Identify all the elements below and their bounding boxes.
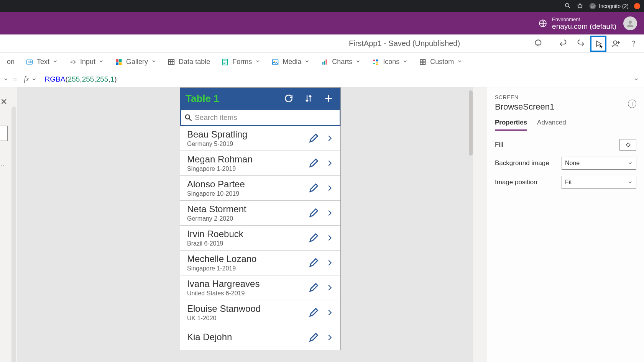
svg-point-22 — [373, 59, 375, 61]
list-item-title: Mechelle Lozano — [187, 254, 304, 264]
insert-custom[interactable]: Custom — [419, 58, 462, 66]
chevron-right-icon[interactable] — [323, 229, 337, 247]
chevron-right-icon[interactable] — [323, 179, 337, 197]
tab-properties[interactable]: Properties — [495, 119, 527, 131]
insert-ribbon: on Abc Text Input Gallery Data table For… — [0, 53, 644, 71]
zoom-icon[interactable] — [564, 2, 571, 10]
tab-advanced[interactable]: Advanced — [537, 119, 566, 131]
preview-header: Table 1 — [180, 88, 340, 109]
list-item-subtitle: Singapore 1-2019 — [187, 265, 304, 272]
preview-search[interactable] — [180, 109, 340, 126]
list-item[interactable]: Ivana Hargreaves United States 6-2019 — [180, 275, 340, 300]
list-item[interactable]: Mechelle Lozano Singapore 1-2019 — [180, 250, 340, 275]
bookmark-star-icon[interactable] — [577, 2, 583, 10]
sort-icon[interactable] — [302, 92, 315, 105]
insert-gallery[interactable]: Gallery — [115, 58, 156, 66]
insert-datatable[interactable]: Data table — [167, 58, 210, 66]
edit-icon[interactable] — [307, 229, 320, 247]
chevron-right-icon[interactable] — [323, 303, 337, 322]
list-item[interactable]: Alonso Partee Singapore 10-2019 — [180, 175, 340, 200]
list-item[interactable]: Elouise Stanwood UK 1-2020 — [180, 300, 340, 325]
edit-icon[interactable] — [307, 303, 320, 322]
edit-icon[interactable] — [307, 278, 320, 297]
form-icon — [221, 58, 229, 66]
edit-icon[interactable] — [307, 328, 320, 347]
chevron-down-icon — [53, 58, 58, 66]
svg-rect-11 — [116, 59, 119, 62]
insert-forms[interactable]: Forms — [221, 58, 260, 66]
chevron-right-icon[interactable] — [323, 328, 337, 347]
edit-icon[interactable] — [307, 254, 320, 272]
svg-rect-15 — [169, 59, 174, 64]
canvas-scrollbar[interactable] — [469, 90, 473, 156]
insert-icons[interactable]: Icons — [371, 58, 408, 66]
edit-icon[interactable] — [307, 129, 320, 147]
fx-button[interactable]: fx — [21, 71, 40, 87]
chevron-down-icon — [99, 58, 104, 66]
globe-icon — [538, 19, 547, 28]
preview-search-input[interactable] — [195, 113, 337, 122]
imgpos-dropdown[interactable]: Fit — [562, 176, 636, 189]
chevron-down-icon — [402, 58, 408, 66]
edit-icon[interactable] — [307, 204, 320, 222]
chevron-down-icon — [355, 58, 361, 66]
separator — [551, 38, 551, 49]
svg-point-6 — [629, 20, 632, 24]
list-item-subtitle: Germany 5-2019 — [187, 141, 304, 147]
media-icon — [271, 58, 279, 66]
list-item[interactable]: Neta Storment Germany 2-2020 — [180, 200, 340, 225]
svg-line-30 — [189, 119, 192, 121]
gallery-icon — [115, 58, 123, 66]
list-item-title: Irvin Roebuck — [187, 229, 304, 239]
list-item[interactable]: Irvin Roebuck Brazil 6-2019 — [180, 225, 340, 250]
edit-icon[interactable] — [307, 154, 320, 172]
app-preview: Table 1 Beau Spratling Germany 5-2019 Me… — [180, 87, 341, 350]
refresh-icon[interactable] — [282, 92, 295, 105]
redo-button[interactable] — [573, 36, 589, 52]
list-item[interactable]: Kia Dejohn — [180, 325, 340, 350]
profile-dot-icon[interactable] — [634, 3, 640, 9]
custom-icon — [419, 58, 427, 66]
chevron-down-icon — [304, 58, 310, 66]
user-avatar[interactable] — [623, 16, 637, 30]
canvas[interactable]: Table 1 Beau Spratling Germany 5-2019 Me… — [17, 87, 473, 362]
list-item[interactable]: Beau Spratling Germany 5-2019 — [180, 126, 340, 151]
list-item-title: Ivana Hargreaves — [187, 278, 304, 289]
insert-input[interactable]: Input — [69, 58, 104, 66]
list-item-title: Neta Storment — [187, 204, 304, 215]
edit-icon[interactable] — [307, 179, 320, 197]
chevron-right-icon[interactable] — [323, 204, 337, 222]
app-checker-icon[interactable] — [531, 36, 547, 52]
formula-input[interactable]: RGBA(255, 255, 255, 1) — [40, 71, 628, 87]
insert-text[interactable]: Abc Text — [25, 58, 58, 66]
svg-rect-13 — [116, 62, 119, 65]
property-selector[interactable] — [0, 77, 9, 82]
chevron-right-icon[interactable] — [323, 278, 337, 297]
svg-rect-21 — [326, 59, 327, 64]
tree-scrollbar[interactable] — [12, 106, 16, 362]
environment-selector[interactable]: Environment enayu.com (default) — [538, 16, 616, 31]
help-button[interactable] — [626, 36, 642, 52]
svg-point-0 — [565, 3, 569, 7]
fill-color-picker[interactable] — [619, 139, 636, 151]
chevron-right-icon[interactable] — [323, 154, 337, 172]
share-button[interactable] — [608, 36, 624, 52]
play-preview-button[interactable] — [590, 36, 606, 52]
insert-charts[interactable]: Charts — [320, 58, 361, 66]
undo-button[interactable] — [555, 36, 571, 52]
close-icon[interactable]: ✕ — [0, 95, 11, 109]
info-icon[interactable]: i — [628, 100, 636, 108]
tree-search-fragment[interactable] — [0, 126, 8, 141]
add-icon[interactable] — [322, 92, 335, 105]
list-item-subtitle: Brazil 6-2019 — [187, 240, 304, 247]
list-item-title: Megan Rohman — [187, 154, 304, 165]
bgimage-dropdown[interactable]: None — [562, 157, 636, 170]
insert-media[interactable]: Media — [271, 58, 310, 66]
more-icon[interactable]: … — [0, 160, 5, 168]
list-item[interactable]: Megan Rohman Singapore 1-2019 — [180, 151, 340, 175]
formula-expand[interactable] — [628, 71, 644, 87]
chevron-right-icon[interactable] — [323, 129, 337, 147]
svg-point-2 — [590, 3, 596, 10]
chevron-right-icon[interactable] — [323, 254, 337, 272]
incognito-label: Incognito (2) — [599, 3, 629, 9]
